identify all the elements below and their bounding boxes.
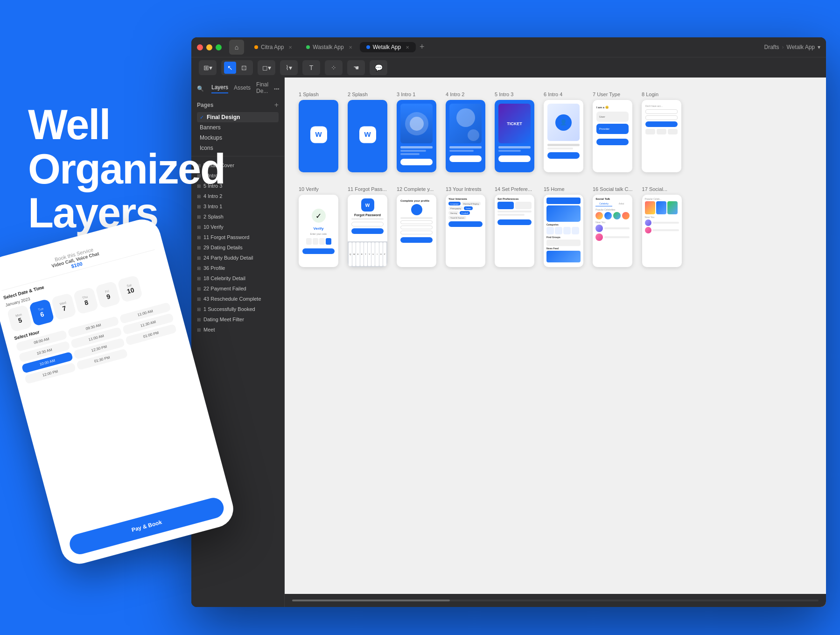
- breadcrumb-separator: ›: [782, 44, 784, 50]
- tool-components[interactable]: ⁘: [328, 62, 340, 74]
- verify-check-icon: ✓: [312, 209, 326, 223]
- frame-12-complete[interactable]: 12 Complete y... Complete your profile: [397, 186, 436, 267]
- tool-hand[interactable]: ☚: [350, 62, 362, 74]
- frame-13-interests[interactable]: 13 Your Intrests Your Interests Language…: [446, 186, 485, 267]
- celebrity-avatar-4: [622, 212, 630, 219]
- panel-tab-final[interactable]: Final De...: [256, 81, 268, 96]
- frame-label-17-social2: 17 Social...: [642, 186, 667, 192]
- frame-label-3-intro1: 3 Intro 1: [397, 92, 415, 97]
- celebrity-avatar-1: [595, 212, 603, 219]
- wastalk-close[interactable]: ✕: [349, 45, 352, 50]
- wetalk-close[interactable]: ✕: [406, 45, 409, 50]
- frame-8-login[interactable]: 8 Login Don't have acc...: [642, 92, 681, 172]
- frame-label-4-intro2: 4 Intro 2: [446, 92, 464, 97]
- frame-2-splash[interactable]: 2 Splash w wastalk: [348, 92, 387, 172]
- canvas-area[interactable]: 1 Splash w wastalk 2 Splash w wastalk: [285, 78, 826, 607]
- frame-17-social2[interactable]: 17 Social... Popular Celeb... Near You: [642, 186, 682, 267]
- add-tab-button[interactable]: +: [420, 42, 425, 52]
- horizontal-scrollbar[interactable]: [292, 600, 819, 601]
- frames-row-1: 1 Splash w wastalk 2 Splash w wastalk: [299, 92, 812, 172]
- tool-select-menu[interactable]: ⊞▾: [202, 62, 214, 74]
- date-8[interactable]: Thu 8: [73, 287, 98, 315]
- pages-add-button[interactable]: +: [274, 101, 279, 109]
- tool-group-components: ⁘: [325, 60, 343, 75]
- pay-button[interactable]: Pay & Book: [67, 495, 226, 556]
- frame-15-home[interactable]: 15 Home Categories: [544, 186, 583, 267]
- panel-tab-assets[interactable]: Assets: [234, 85, 251, 93]
- tool-pen[interactable]: ⌇▾: [283, 62, 295, 74]
- top-right: Drafts › Wetalk App ▾: [764, 44, 821, 50]
- screen-15-home: Categories Find Groups News Feed: [544, 195, 583, 267]
- tool-scale[interactable]: ⊡: [238, 62, 250, 74]
- panel-search-icon[interactable]: 🔍: [197, 85, 204, 92]
- frame-5-intro3[interactable]: 5 Intro 3 TICKET: [495, 92, 534, 172]
- date-9[interactable]: Fri 9: [95, 281, 121, 309]
- toolbar: ⊞▾ ↖ ⊡ ◻▾ ⌇▾ T ⁘ ☚ 💬: [191, 57, 826, 78]
- frame-11-forgot[interactable]: 11 Forgot Pass... w Forgot Password Q: [348, 186, 387, 267]
- frame-label-14-prefs: 14 Set Prefere...: [495, 186, 532, 192]
- splash-logo-text-2: wastalk: [348, 139, 387, 143]
- scroll-thumb: [292, 600, 450, 601]
- home-button[interactable]: ⌂: [229, 40, 244, 55]
- verify-title: Verify: [314, 226, 324, 231]
- frame-6-intro4[interactable]: 6 Intro 4 👤: [544, 92, 583, 172]
- screen-17-social2: Popular Celeb... Near You: [642, 195, 682, 267]
- screen-4-intro2: [446, 100, 485, 172]
- social-info-line-2: [604, 236, 630, 238]
- date-6[interactable]: Tue 6: [29, 298, 55, 326]
- panel-tab-layers[interactable]: Layers: [211, 84, 228, 93]
- tabs-bar: Citra App ✕ Wastalk App ✕ Wetalk App ✕ +: [248, 42, 764, 52]
- frame-label-12-complete: 12 Complete y...: [397, 186, 434, 192]
- canvas-inner: 1 Splash w wastalk 2 Splash w wastalk: [285, 78, 826, 281]
- wetalk-label: Wetalk App: [373, 44, 401, 50]
- date-10[interactable]: Sat 10: [117, 275, 143, 303]
- tab-citra[interactable]: Citra App ✕: [248, 42, 299, 52]
- tab-wastalk[interactable]: Wastalk App ✕: [300, 42, 358, 52]
- verify-content: ✓ Verify Enter your code: [299, 195, 338, 259]
- frame-10-verify[interactable]: 10 Verify ✓ Verify Enter your code: [299, 186, 338, 267]
- frame-label-6-intro4: 6 Intro 4: [544, 92, 562, 97]
- social-content: Social Talk Celebrity Artist Popular Cel…: [593, 195, 632, 245]
- frame-3-intro1[interactable]: 3 Intro 1: [397, 92, 436, 172]
- key-y: Y: [368, 242, 371, 266]
- panel-menu[interactable]: •••: [274, 86, 280, 92]
- forgot-input: [351, 222, 384, 226]
- wetalk-dot: [366, 45, 370, 49]
- near-avatar-1: [595, 225, 603, 232]
- minimize-button[interactable]: [206, 44, 212, 50]
- panel-tabs: 🔍 Layers Assets Final De... •••: [191, 78, 284, 96]
- frame-4-intro2[interactable]: 4 Intro 2: [446, 92, 485, 172]
- key-p: P: [383, 242, 386, 266]
- maximize-button[interactable]: [216, 44, 222, 50]
- celebrity-avatar-3: [613, 212, 621, 219]
- screen-1-splash: w wastalk: [299, 100, 338, 172]
- tool-move[interactable]: ↖: [224, 62, 236, 74]
- tool-group-pen: ⌇▾: [280, 60, 298, 75]
- tool-rectangle[interactable]: ◻▾: [260, 62, 273, 74]
- frame-1-splash[interactable]: 1 Splash w wastalk: [299, 92, 338, 172]
- frame-16-social[interactable]: 16 Social talk C... Social Talk Celebrit…: [593, 186, 633, 267]
- key-i: I: [375, 242, 378, 266]
- frame-14-preferences[interactable]: 14 Set Prefere... Set Preferences: [495, 186, 534, 267]
- screen-14-preferences: Set Preferences: [495, 195, 534, 267]
- screen-10-verify: ✓ Verify Enter your code: [299, 195, 338, 267]
- tool-comment[interactable]: 💬: [372, 62, 385, 74]
- tool-group-shapes: ◻▾: [258, 60, 275, 75]
- breadcrumb-chevron: ▾: [818, 44, 820, 50]
- splash-logo-text: wastalk: [299, 139, 338, 143]
- close-button[interactable]: [197, 44, 203, 50]
- frame-7-usertype[interactable]: 7 User Type I am a 😊 User Provider: [593, 92, 632, 172]
- date-5[interactable]: Mon 5: [7, 304, 32, 332]
- screen-6-intro4: 👤: [544, 100, 583, 172]
- tab-wetalk[interactable]: Wetalk App ✕: [360, 42, 416, 52]
- date-7[interactable]: Wed 7: [51, 293, 77, 321]
- screen-11-forgot: w Forgot Password Q W E R: [348, 195, 387, 267]
- screen-16-social: Social Talk Celebrity Artist Popular Cel…: [593, 195, 632, 267]
- frame-label-1-splash: 1 Splash: [299, 92, 319, 97]
- keyboard: Q W E R T Y U I O P: [348, 241, 387, 267]
- forgot-submit: [351, 228, 384, 234]
- citra-close[interactable]: ✕: [288, 45, 292, 50]
- tool-text[interactable]: T: [305, 62, 317, 74]
- social-row-1: [595, 212, 630, 219]
- breadcrumb-app: Wetalk App: [787, 44, 815, 50]
